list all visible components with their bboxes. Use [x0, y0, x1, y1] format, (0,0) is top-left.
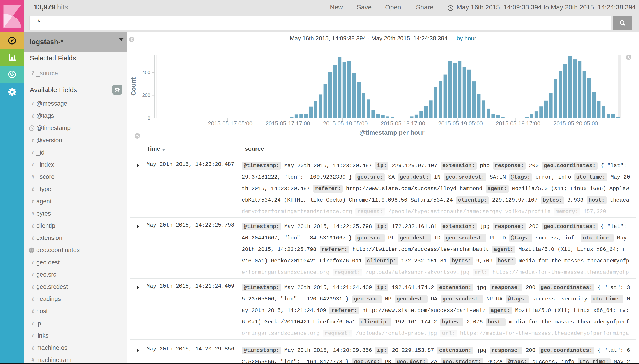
svg-text:400: 400 — [142, 70, 150, 75]
svg-text:2015-05-18 05:00: 2015-05-18 05:00 — [323, 120, 368, 126]
svg-text:200: 200 — [142, 92, 150, 98]
svg-text:Count: Count — [130, 78, 137, 96]
svg-text:2015-05-17 17:00: 2015-05-17 17:00 — [266, 120, 310, 126]
svg-text:0: 0 — [148, 115, 150, 121]
svg-text:2015-05-17 05:00: 2015-05-17 05:00 — [208, 120, 252, 126]
svg-text:2015-05-18 17:00: 2015-05-18 17:00 — [381, 120, 425, 126]
svg-text:2015-05-19 05:00: 2015-05-19 05:00 — [438, 120, 483, 126]
svg-text:2015-05-19 17:00: 2015-05-19 17:00 — [496, 120, 540, 126]
svg-text:2015-05-20 05:00: 2015-05-20 05:00 — [553, 120, 598, 126]
svg-text:@timestamp per hour: @timestamp per hour — [360, 129, 425, 136]
